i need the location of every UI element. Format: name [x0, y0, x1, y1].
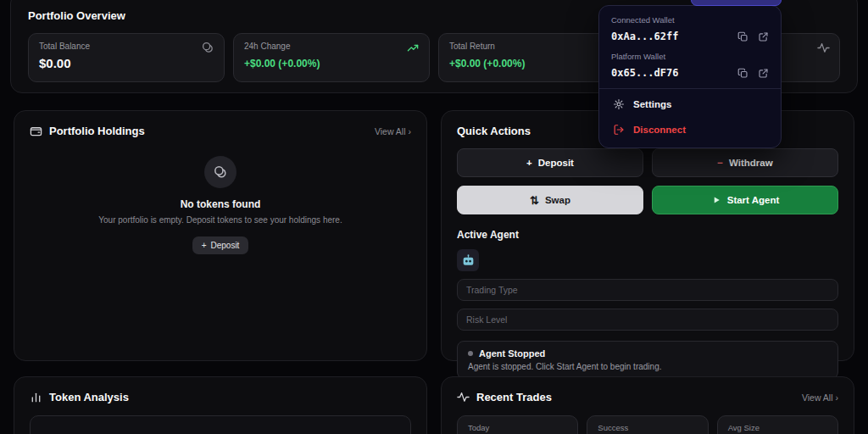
coins-icon [204, 156, 236, 188]
card-title: Recent Trades [476, 391, 552, 403]
platform-wallet-label: Platform Wallet [611, 52, 769, 61]
connected-wallet-row: 0xAa...62ff [611, 31, 769, 42]
copy-icon[interactable] [737, 68, 748, 79]
wallet-icon [30, 125, 42, 137]
stat-value: $0.00 [39, 56, 214, 70]
wallet-address-button[interactable] [691, 0, 782, 6]
plus-icon: + [526, 158, 532, 168]
menu-divider [599, 88, 781, 89]
token-analysis-card: Token Analysis AI AI-Powered Analysis [14, 376, 427, 434]
empty-state-subtitle: Your portfolio is empty. Deposit tokens … [98, 215, 342, 225]
swap-arrows-icon: ⇅ [530, 194, 539, 207]
agent-status-text: Agent is stopped. Click Start Agent to b… [468, 362, 827, 371]
card-title: Quick Actions [457, 125, 531, 137]
disconnect-menu-item[interactable]: Disconnect [611, 117, 769, 142]
connected-wallet-label: Connected Wallet [611, 15, 769, 25]
active-agent-title: Active Agent [457, 229, 838, 241]
minus-icon: − [717, 158, 723, 168]
holdings-empty-state: No tokens found Your portfolio is empty.… [30, 156, 411, 254]
stat-card-24h-change: 24h Change +$0.00 (+0.00%) [233, 33, 430, 82]
start-agent-button[interactable]: Start Agent [652, 186, 838, 214]
recent-trades-card: Recent Trades View All › Today 0 Success… [441, 376, 854, 434]
platform-wallet-row: 0x65...dF76 [611, 67, 769, 79]
stat-value: +$0.00 (+0.00%) [244, 58, 419, 70]
quick-actions-grid: + Deposit − Withdraw ⇅ Swap Start Agent [457, 148, 838, 214]
gear-icon [613, 98, 625, 110]
stat-label: Total Balance [39, 42, 214, 51]
holdings-view-all-link[interactable]: View All › [375, 126, 411, 136]
external-link-icon[interactable] [758, 31, 769, 42]
wallet-dropdown-menu: Connected Wallet 0xAa...62ff Platform Wa… [598, 5, 782, 148]
agent-status-title: Agent Stopped [479, 348, 545, 359]
stat-card-total-balance: Total Balance $0.00 [28, 33, 225, 82]
risk-level-select[interactable]: Risk Level [457, 309, 838, 331]
ai-analysis-box: AI AI-Powered Analysis [30, 415, 411, 434]
main-grid: Portfolio Holdings View All › No tokens … [14, 110, 854, 434]
activity-icon [817, 42, 830, 54]
connected-wallet-address: 0xAa...62ff [611, 31, 678, 42]
card-title: Portfolio Holdings [49, 125, 145, 137]
copy-icon[interactable] [737, 31, 748, 42]
deposit-button[interactable]: + Deposit [192, 236, 249, 254]
swap-button[interactable]: ⇅ Swap [457, 186, 643, 214]
chevron-right-icon: › [409, 126, 412, 136]
status-dot-icon [468, 351, 473, 356]
coins-icon [202, 42, 214, 54]
trades-stat-avg-size: Avg Size $79 [717, 415, 838, 434]
activity-icon [457, 391, 470, 403]
card-title: Token Analysis [49, 391, 129, 403]
portfolio-holdings-card: Portfolio Holdings View All › No tokens … [14, 110, 427, 361]
platform-wallet-address: 0x65...dF76 [611, 67, 678, 79]
trades-view-all-link[interactable]: View All › [802, 392, 838, 403]
trades-stats-row: Today 0 Success 87% Avg Size $79 [457, 415, 838, 434]
agent-status-panel: Agent Stopped Agent is stopped. Click St… [457, 341, 838, 379]
trending-up-icon [407, 42, 420, 54]
bar-chart-icon [30, 391, 42, 403]
withdraw-button[interactable]: − Withdraw [652, 148, 838, 177]
robot-icon [457, 249, 479, 271]
trades-stat-success: Success 87% [587, 415, 708, 434]
deposit-button[interactable]: + Deposit [457, 148, 643, 177]
logout-icon [613, 124, 625, 136]
external-link-icon[interactable] [758, 68, 769, 79]
plus-icon: + [202, 241, 207, 250]
trading-type-select[interactable]: Trading Type [457, 279, 838, 301]
play-icon [711, 195, 721, 205]
stat-label: 24h Change [244, 42, 419, 51]
trades-stat-today: Today 0 [457, 415, 578, 434]
chevron-right-icon: › [836, 392, 839, 403]
settings-menu-item[interactable]: Settings [611, 92, 769, 117]
empty-state-title: No tokens found [181, 198, 261, 210]
